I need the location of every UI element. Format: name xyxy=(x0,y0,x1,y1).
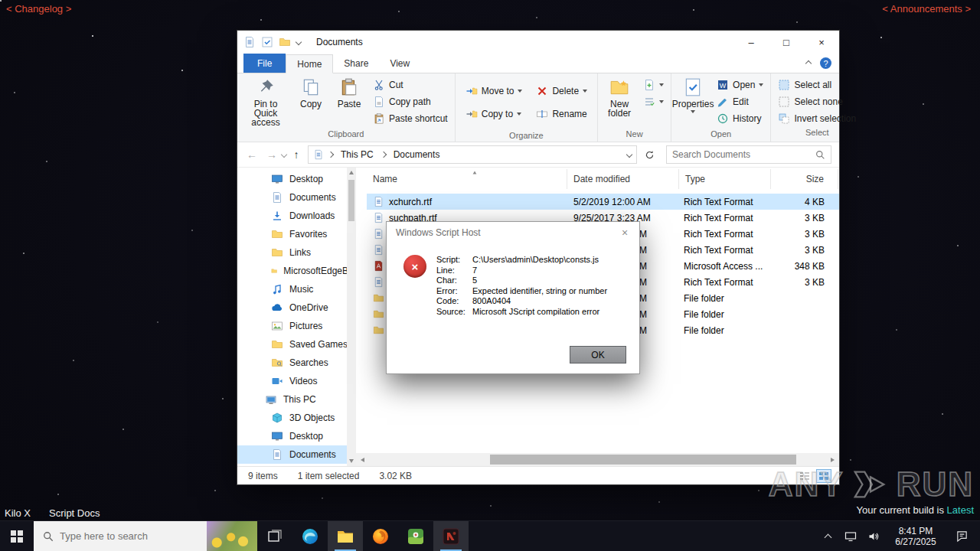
copy-button[interactable]: Copy xyxy=(292,74,330,109)
nav-item-desktop[interactable]: Desktop xyxy=(237,170,356,188)
firefox-taskbar-button[interactable] xyxy=(363,521,398,551)
copy-to-button[interactable]: Copy to xyxy=(461,106,528,122)
cut-button[interactable]: Cut xyxy=(368,77,452,93)
nav-item-saved-games[interactable]: Saved Games xyxy=(237,335,356,354)
move-to-button[interactable]: Move to xyxy=(461,83,528,99)
easy-access-button[interactable] xyxy=(639,93,668,110)
nav-item-onedrive[interactable]: OneDrive xyxy=(237,298,356,317)
properties-button[interactable]: Properties xyxy=(674,74,712,113)
volume-icon[interactable] xyxy=(862,521,885,551)
column-header-name[interactable]: Name xyxy=(367,169,567,189)
nav-item-videos[interactable]: Videos xyxy=(237,372,356,390)
media-app-taskbar-button[interactable] xyxy=(398,521,433,551)
scroll-down-arrow[interactable] xyxy=(347,456,356,466)
file-menu-button[interactable]: File xyxy=(243,54,286,73)
nav-label: Documents xyxy=(289,449,336,460)
paste-button[interactable]: Paste xyxy=(330,74,368,109)
select-none-label: Select none xyxy=(794,96,842,107)
desktop-shortcut-kilo-x[interactable]: Kilo X xyxy=(5,507,31,519)
breadcrumb-this-pc[interactable]: This PC xyxy=(338,149,377,160)
qat-new-folder-button[interactable] xyxy=(279,36,291,48)
refresh-button[interactable] xyxy=(640,149,658,160)
scroll-right-arrow[interactable] xyxy=(826,453,839,466)
title-bar[interactable]: Documents – □ × xyxy=(237,31,839,54)
nav-label: Desktop xyxy=(289,174,323,184)
nav-item-documents-pc[interactable]: Documents xyxy=(237,445,356,464)
address-dropdown-chevron[interactable] xyxy=(626,152,632,158)
open-button[interactable]: W Open xyxy=(712,77,768,93)
qat-customize-chevron[interactable] xyxy=(296,39,302,45)
announcements-link[interactable]: < Announcements > xyxy=(882,3,971,15)
column-header-type[interactable]: Type xyxy=(679,169,771,189)
tab-view[interactable]: View xyxy=(379,54,420,73)
address-box[interactable]: This PC Documents xyxy=(308,145,637,164)
large-icons-view-button[interactable] xyxy=(797,469,812,483)
dialog-close-button[interactable]: × xyxy=(616,227,633,239)
new-folder-button[interactable]: New folder xyxy=(600,74,639,118)
action-center-button[interactable] xyxy=(946,530,977,543)
nav-item-documents[interactable]: Documents xyxy=(237,188,356,207)
details-view-button[interactable] xyxy=(816,469,831,483)
paste-shortcut-button[interactable]: Paste shortcut xyxy=(368,110,452,127)
forward-button[interactable]: → xyxy=(262,148,282,161)
nav-item-desktop-pc[interactable]: Desktop xyxy=(237,427,356,445)
scroll-thumb[interactable] xyxy=(348,180,354,221)
new-item-button[interactable] xyxy=(639,77,668,93)
nav-item-this-pc[interactable]: This PC xyxy=(237,390,356,409)
ribbon-collapse-chevron[interactable] xyxy=(805,60,812,66)
nav-item-links[interactable]: Links xyxy=(237,243,356,262)
help-button[interactable]: ? xyxy=(820,57,831,69)
file-explorer-taskbar-button[interactable] xyxy=(328,521,363,551)
crumb-chevron[interactable] xyxy=(328,152,334,158)
hidden-icons-chevron[interactable] xyxy=(816,521,839,551)
tab-home[interactable]: Home xyxy=(286,54,333,73)
rename-button[interactable]: Rename xyxy=(531,106,592,122)
nav-item-downloads[interactable]: Downloads xyxy=(237,207,356,225)
delete-button[interactable]: Delete xyxy=(531,83,592,99)
crumb-chevron[interactable] xyxy=(380,152,386,158)
up-button[interactable]: ↑ xyxy=(286,148,306,161)
select-all-button[interactable]: Select all xyxy=(773,77,861,93)
nav-item-microsoftedge[interactable]: MicrosoftEdgeB... xyxy=(237,262,356,280)
task-view-button[interactable] xyxy=(257,521,292,551)
edge-taskbar-button[interactable] xyxy=(292,521,328,551)
nav-item-music[interactable]: Music xyxy=(237,280,356,298)
desktop-shortcut-script-docs[interactable]: Script Docs xyxy=(49,507,100,519)
start-button[interactable] xyxy=(0,521,34,551)
close-button[interactable]: × xyxy=(804,31,839,54)
scroll-thumb[interactable] xyxy=(490,455,796,465)
horizontal-scrollbar[interactable] xyxy=(356,453,839,466)
ok-button[interactable]: OK xyxy=(570,346,626,364)
copy-path-button[interactable]: Copy path xyxy=(368,93,452,110)
tab-share[interactable]: Share xyxy=(333,54,379,73)
network-icon[interactable] xyxy=(839,521,862,551)
breadcrumb-documents[interactable]: Documents xyxy=(390,149,443,160)
back-button[interactable]: ← xyxy=(242,148,262,161)
minimize-button[interactable]: – xyxy=(733,31,769,54)
scroll-left-arrow[interactable] xyxy=(356,453,369,466)
select-none-button[interactable]: Select none xyxy=(773,93,861,110)
dialog-title-bar[interactable]: Windows Script Host × xyxy=(387,222,639,243)
qat-properties-button[interactable] xyxy=(261,36,273,48)
column-header-size[interactable]: Size xyxy=(771,169,838,189)
nav-item-favorites[interactable]: Favorites xyxy=(237,225,356,243)
taskbar-clock[interactable]: 8:41 PM 6/27/2025 xyxy=(885,526,946,547)
history-button[interactable]: History xyxy=(712,110,768,127)
file-row[interactable]: xchurch.rtf 5/2/2019 12:00 AM Rich Text … xyxy=(367,194,839,210)
nav-item-searches[interactable]: Searches xyxy=(237,354,356,372)
invert-selection-button[interactable]: Invert selection xyxy=(773,110,861,127)
column-header-date-modified[interactable]: Date modified xyxy=(567,169,679,189)
changelog-link[interactable]: < Changelog > xyxy=(6,3,71,15)
media-app-icon xyxy=(407,527,425,546)
search-input[interactable] xyxy=(672,149,815,160)
taskbar-search-input[interactable] xyxy=(60,530,207,542)
taskbar-search[interactable] xyxy=(34,521,257,551)
dark-red-app-taskbar-button[interactable] xyxy=(433,521,469,551)
nav-item-pictures[interactable]: Pictures xyxy=(237,317,356,335)
scroll-up-arrow[interactable] xyxy=(347,168,356,178)
pin-to-quick-access-button[interactable]: Pin to Quick access xyxy=(240,74,292,127)
nav-scrollbar[interactable] xyxy=(347,168,356,466)
edit-button[interactable]: Edit xyxy=(712,93,768,110)
maximize-button[interactable]: □ xyxy=(769,31,804,54)
nav-item-3d-objects[interactable]: 3D Objects xyxy=(237,409,356,427)
